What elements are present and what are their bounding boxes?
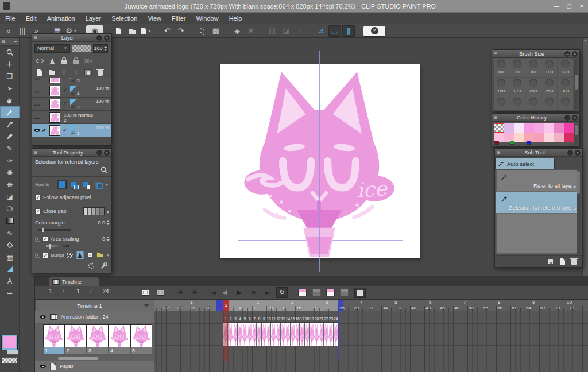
timeline-name-select[interactable]: Timeline 1: [35, 300, 154, 311]
decoration-tool[interactable]: ❋: [0, 179, 20, 191]
brush-size-cell[interactable]: 300: [558, 78, 574, 96]
brush-size-cell[interactable]: [509, 96, 525, 111]
loop-play-icon[interactable]: ↻: [276, 287, 288, 298]
close-palette-icon[interactable]: ✕: [572, 115, 578, 121]
cel-thumbnail[interactable]: [233, 323, 238, 346]
menu-icon[interactable]: ☰: [34, 36, 41, 40]
color-swatch[interactable]: [554, 133, 564, 142]
eye-icon[interactable]: [40, 363, 47, 370]
cel-thumbnail[interactable]: [295, 323, 300, 346]
fill-settings-button[interactable]: ◈: [231, 25, 243, 37]
start-frame-input[interactable]: 1: [71, 288, 86, 294]
menu-layer[interactable]: Layer: [80, 13, 107, 24]
cel-thumbnail[interactable]: [334, 323, 338, 346]
menu-selection[interactable]: Selection: [106, 13, 142, 24]
go-to-end-icon[interactable]: ▶|: [262, 287, 274, 298]
close-palette-icon[interactable]: ✕: [104, 35, 110, 41]
track-animation-folder[interactable]: Animation folder : 24: [35, 311, 154, 323]
menu-icon[interactable]: ☰: [2, 40, 5, 44]
brush-size-cell[interactable]: 120: [558, 59, 574, 78]
refer-selected-layer-button[interactable]: ✓: [86, 251, 94, 259]
current-frame-input[interactable]: 1: [43, 288, 58, 294]
cel-thumbnail[interactable]: [291, 323, 295, 346]
search-subtool-icon[interactable]: [100, 166, 108, 174]
new-folder-icon[interactable]: [47, 68, 57, 78]
minimize-palette-icon[interactable]: —: [564, 51, 570, 57]
area-scaling-checkbox[interactable]: ✓: [42, 236, 48, 242]
transparent-color-swatch[interactable]: [2, 357, 17, 363]
cel-thumbnail[interactable]: [328, 323, 333, 346]
layer-tex-slider[interactable]: [72, 45, 91, 52]
cel-thumbnail[interactable]: [324, 323, 328, 346]
scrollbar[interactable]: [574, 59, 578, 110]
menu-icon[interactable]: ☰: [497, 150, 504, 155]
brush-size-cell[interactable]: 60: [493, 59, 509, 78]
layer-check-icon[interactable]: ✓: [63, 100, 67, 107]
undo-button[interactable]: ↶: [161, 25, 173, 37]
new-animation-cel-icon[interactable]: [298, 289, 307, 296]
transfer-down-icon[interactable]: ⇩: [59, 68, 69, 78]
chevron-down-icon[interactable]: ▼: [105, 183, 109, 187]
eye-icon[interactable]: [34, 127, 40, 134]
cel-thumbnail[interactable]: [247, 323, 252, 346]
color-swatch[interactable]: [514, 123, 524, 133]
brush-size-cell[interactable]: 150: [493, 78, 509, 96]
layer-selection-tool[interactable]: ➢: [0, 82, 20, 94]
scrollbar[interactable]: [574, 123, 578, 145]
close-gap-checkbox[interactable]: ✓: [35, 208, 41, 214]
timeline-grid[interactable]: 123456789101112131415161718192021222324: [154, 311, 588, 372]
menu-help[interactable]: Help: [224, 13, 247, 24]
tab-auto-select[interactable]: Auto select: [495, 158, 555, 169]
delete-cel-icon[interactable]: [340, 289, 349, 296]
color-margin-slider[interactable]: [38, 229, 71, 231]
color-swatch[interactable]: [544, 133, 555, 142]
close-window-icon[interactable]: ✕: [575, 3, 588, 9]
eye-icon[interactable]: [34, 78, 41, 81]
menu-animation[interactable]: Animation: [42, 13, 80, 24]
refer-reference-layer-button[interactable]: [76, 251, 84, 259]
lock-layer-icon[interactable]: [59, 56, 69, 66]
redo-button[interactable]: ↷: [175, 25, 187, 37]
layer-opacity-input[interactable]: 100: [93, 44, 108, 53]
layer-row[interactable]: 100 % Normal2: [32, 111, 111, 124]
zoom-tool[interactable]: [0, 46, 20, 58]
color-swatch[interactable]: [514, 133, 524, 142]
menu-icon[interactable]: ☰: [494, 115, 501, 120]
chevron-right-icon[interactable]: ▶: [107, 210, 110, 214]
snap-to-special-ruler-button[interactable]: ◡: [328, 25, 341, 37]
fill-tool[interactable]: [0, 239, 20, 251]
layer-row[interactable]: ✓ⓔ100 %3: [32, 98, 111, 111]
menu-file[interactable]: File: [0, 13, 21, 24]
eye-icon[interactable]: [40, 314, 47, 320]
track-paper[interactable]: Paper: [35, 361, 154, 372]
previous-frame-icon[interactable]: ◀: [219, 287, 230, 298]
brush-size-cell[interactable]: 100: [541, 59, 558, 78]
subtool-item[interactable]: Refer to all layers: [496, 170, 579, 192]
menu-view[interactable]: View: [142, 13, 167, 24]
save-subtool-icon[interactable]: [548, 259, 554, 265]
cel-thumbnail[interactable]: [257, 323, 261, 346]
selection-add-button[interactable]: [69, 180, 79, 189]
tab-timeline[interactable]: Timeline: [49, 277, 99, 286]
new-file-button[interactable]: [112, 25, 125, 37]
minimize-palette-icon[interactable]: —: [96, 150, 102, 156]
minimize-palette-icon[interactable]: —: [96, 35, 102, 41]
layer-mask-area-icon[interactable]: [34, 56, 45, 66]
menu-window[interactable]: Window: [191, 13, 224, 24]
ruler-tool[interactable]: [0, 263, 20, 275]
cel-thumbnail[interactable]: [310, 323, 314, 346]
cel-thumbnail[interactable]: [228, 323, 233, 346]
onion-skin-icon[interactable]: [354, 288, 366, 298]
brush-size-cell[interactable]: [493, 96, 509, 111]
cel-thumb-cell[interactable]: 5: [130, 324, 152, 355]
snap-to-ruler-button[interactable]: ⊿: [315, 25, 327, 37]
color-chip[interactable]: [510, 141, 514, 145]
layer-thumbnail[interactable]: [49, 86, 60, 96]
eraser-tool[interactable]: ◪: [0, 191, 20, 203]
color-chip[interactable]: [494, 141, 499, 145]
airbrush-tool[interactable]: ✺: [0, 166, 20, 179]
cel-thumbnail[interactable]: [242, 323, 247, 346]
delete-subtool-icon[interactable]: [571, 259, 577, 265]
layer-thumbnail[interactable]: [49, 112, 60, 123]
minimize-palette-icon[interactable]: —: [564, 115, 570, 121]
